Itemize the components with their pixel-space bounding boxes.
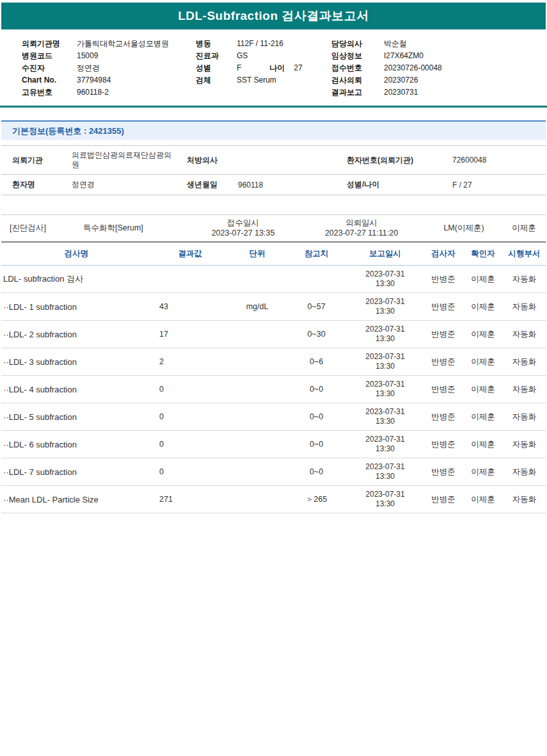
doctor-label: 담당의사 <box>331 38 384 50</box>
result-reference-range: 0~30 <box>286 321 347 348</box>
result-dept: 자동화 <box>503 266 546 293</box>
basic-info-row: 환자명 정연경 생년월일 960118 성별/나이 F / 27 <box>1 175 546 195</box>
unique-no-row: 고유번호 960118-2 <box>22 86 196 99</box>
result-reference-range: 0~6 <box>286 348 347 376</box>
unique-no-label: 고유번호 <box>22 86 77 99</box>
column-header-result-value: 결과값 <box>152 243 228 266</box>
result-test-name: ··LDL- 4 subfraction <box>1 376 152 403</box>
basic-info-row: 의뢰기관 의료법인삼광의료재단삼광의원 처방의사 환자번호(의뢰기관) 7260… <box>1 146 546 175</box>
result-row: ··LDL- 3 subfraction 2 0~6 2023-07-31 13… <box>1 348 546 376</box>
result-value: 271 <box>152 486 228 513</box>
result-report-date: 2023-07-31 <box>349 297 421 307</box>
result-row: ··LDL- 1 subfraction 43 mg/dL 0~57 2023-… <box>1 293 546 321</box>
result-report-date: 2023-07-31 <box>349 269 421 279</box>
exam-request-block: 의뢰일시 2023-07-27 11:11:20 <box>297 218 425 238</box>
result-report-datetime: 2023-07-31 13:30 <box>347 266 424 293</box>
result-test-name: ··LDL- 6 subfraction <box>1 431 152 458</box>
result-reference-range: 0~0 <box>286 403 347 431</box>
prescriber-label: 처방의사 <box>180 146 232 175</box>
column-header-test-name: 검사명 <box>1 243 152 266</box>
result-report-date: 2023-07-31 <box>349 462 421 472</box>
receipt-no-label: 접수번호 <box>331 62 384 74</box>
result-reference-range: 0~0 <box>286 431 347 458</box>
result-report-time: 13:30 <box>349 499 421 509</box>
exam-receipt-label: 접수일시 <box>189 218 297 228</box>
result-verifier: 이제훈 <box>463 376 503 403</box>
result-test-name: ··LDL- 5 subfraction <box>1 403 152 431</box>
order-date-value: 20230726 <box>384 74 418 86</box>
result-verifier: 이제훈 <box>463 403 503 431</box>
sex-value: F <box>237 62 241 74</box>
result-unit <box>228 403 286 431</box>
birth-date-label: 생년월일 <box>180 175 232 195</box>
result-tester: 반병준 <box>424 486 463 513</box>
hospital-code-label: 병원코드 <box>22 50 77 62</box>
result-report-date: 2023-07-31 <box>349 490 421 499</box>
result-verifier: 이제훈 <box>463 458 503 486</box>
basic-info-table: 의뢰기관 의료법인삼광의료재단삼광의원 처방의사 환자번호(의뢰기관) 7260… <box>1 145 546 195</box>
receipt-no-value: 20230726-00048 <box>384 62 442 74</box>
result-tester: 반병준 <box>424 403 463 431</box>
result-report-time: 13:30 <box>349 417 421 426</box>
result-value: 17 <box>152 321 228 348</box>
result-report-time: 13:30 <box>349 279 421 289</box>
patient-header-right-column: 담당의사 박순철 임상정보 I27X64ZM0 접수번호 20230726-00… <box>331 38 543 99</box>
request-org-value: 의료법인삼광의료재단삼광의원 <box>65 146 180 175</box>
result-row: ··LDL- 5 subfraction 0 0~0 2023-07-31 13… <box>1 403 546 431</box>
specimen-label: 검체 <box>196 74 237 86</box>
org-name-value: 가톨릭대학교서울성모병원 <box>77 38 169 50</box>
sex-label: 성별 <box>196 62 237 74</box>
result-unit: mg/dL <box>228 293 286 321</box>
order-date-row: 검사의뢰 20230726 <box>331 74 543 86</box>
sex-age-combined-value: F / 27 <box>446 175 546 195</box>
result-value: 0 <box>152 431 228 458</box>
exam-receipt-block: 접수일시 2023-07-27 13:35 <box>189 218 297 238</box>
result-report-datetime: 2023-07-31 13:30 <box>347 293 424 321</box>
result-test-name: ··Mean LDL- Particle Size <box>1 486 152 513</box>
specimen-row: 검체 SST Serum <box>196 74 331 86</box>
exam-category: [진단검사] <box>1 223 83 234</box>
examinee-row: 수진자 정연경 <box>22 62 196 74</box>
result-dept: 자동화 <box>503 458 546 486</box>
exam-request-datetime: 2023-07-27 11:11:20 <box>297 228 425 238</box>
result-tester: 반병준 <box>424 376 463 403</box>
result-value: 0 <box>152 376 228 403</box>
patient-no-label: 환자번호(의뢰기관) <box>340 146 446 175</box>
basic-info-section-title: 기본정보(등록번호 : 2421355) <box>12 126 124 136</box>
column-header-reference-range: 참고치 <box>286 243 347 266</box>
result-dept: 자동화 <box>503 293 546 321</box>
request-org-label: 의뢰기관 <box>1 146 65 175</box>
lab-report-page: LDL-Subfraction 검사결과보고서 의뢰기관명 가톨릭대학교서울성모… <box>0 0 547 756</box>
chart-no-value: 37794984 <box>77 74 111 86</box>
result-dept: 자동화 <box>503 321 546 348</box>
dept-label: 진료과 <box>196 50 237 62</box>
exam-summary-row: [진단검사] 특수화학[Serum] 접수일시 2023-07-27 13:35… <box>1 214 546 243</box>
report-date-row: 결과보고 20230731 <box>331 86 543 99</box>
result-report-time: 13:30 <box>349 334 421 344</box>
result-reference-range <box>286 266 347 293</box>
unique-no-value: 960118-2 <box>77 86 109 99</box>
result-test-name: ··LDL- 7 subfraction <box>1 458 152 486</box>
result-tester: 반병준 <box>424 458 463 486</box>
result-tester: 반병준 <box>424 431 463 458</box>
result-dept: 자동화 <box>503 403 546 431</box>
sex-age-row: 성별 F 나이 27 <box>196 62 331 74</box>
result-unit <box>228 486 286 513</box>
report-date-value: 20230731 <box>384 86 418 99</box>
result-verifier: 이제훈 <box>463 321 503 348</box>
hospital-code-value: 15009 <box>77 50 98 62</box>
result-row: ··LDL- 7 subfraction 0 0~0 2023-07-31 13… <box>1 458 546 486</box>
patient-header-left-column: 의뢰기관명 가톨릭대학교서울성모병원 병원코드 15009 수진자 정연경 Ch… <box>22 38 196 99</box>
result-report-time: 13:30 <box>349 472 421 481</box>
result-unit <box>228 431 286 458</box>
result-report-date: 2023-07-31 <box>349 380 421 389</box>
report-title-banner: LDL-Subfraction 검사결과보고서 <box>1 3 546 29</box>
patient-name-value: 정연경 <box>65 175 180 195</box>
result-report-date: 2023-07-31 <box>349 435 421 444</box>
result-report-datetime: 2023-07-31 13:30 <box>347 486 424 513</box>
exam-request-label: 의뢰일시 <box>297 218 425 228</box>
ward-value: 112F / 11-216 <box>237 38 283 50</box>
result-dept: 자동화 <box>503 376 546 403</box>
result-report-time: 13:30 <box>349 444 421 454</box>
exam-lab-reader: LM(이제훈) <box>425 223 502 234</box>
